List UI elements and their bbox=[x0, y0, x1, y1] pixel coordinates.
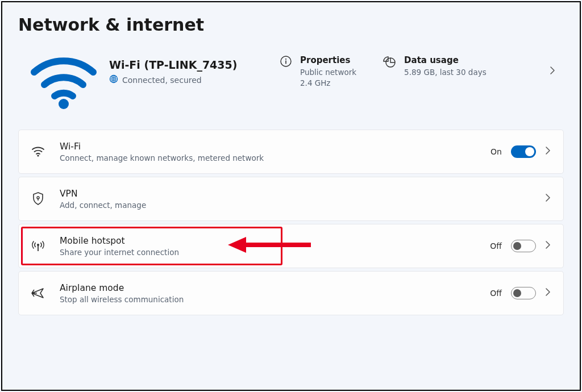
info-icon bbox=[280, 55, 292, 70]
wifi-toggle[interactable] bbox=[511, 145, 536, 158]
chevron-right-icon bbox=[545, 240, 551, 252]
row-title: VPN bbox=[60, 189, 533, 199]
row-title: Mobile hotspot bbox=[60, 236, 477, 246]
settings-row-wifi[interactable]: Wi-Fi Connect, manage known networks, me… bbox=[18, 130, 564, 174]
svg-rect-9 bbox=[38, 198, 38, 201]
chevron-right-icon bbox=[545, 146, 551, 157]
svg-rect-5 bbox=[285, 60, 286, 64]
settings-row-mobile-hotspot[interactable]: Mobile hotspot Share your internet conne… bbox=[18, 224, 564, 268]
data-usage-label: Data usage bbox=[404, 55, 487, 65]
row-subtitle: Add, connect, manage bbox=[60, 201, 533, 210]
properties-button[interactable]: Properties Public network 2.4 GHz bbox=[280, 55, 356, 89]
airplane-state-text: Off bbox=[490, 289, 502, 298]
chevron-right-icon bbox=[545, 193, 551, 205]
airplane-toggle[interactable] bbox=[511, 287, 536, 299]
data-usage-icon bbox=[383, 55, 396, 71]
hotspot-toggle[interactable] bbox=[511, 240, 536, 252]
row-subtitle: Share your internet connection bbox=[60, 248, 477, 257]
status-card-chevron[interactable] bbox=[549, 55, 559, 76]
globe-icon bbox=[109, 74, 118, 85]
wifi-state-text: On bbox=[490, 147, 502, 156]
properties-sub: Public network 2.4 GHz bbox=[300, 67, 356, 89]
chevron-right-icon bbox=[545, 287, 551, 299]
vpn-shield-icon bbox=[29, 191, 47, 206]
page-title: Network & internet bbox=[18, 15, 564, 35]
row-subtitle: Connect, manage known networks, metered … bbox=[60, 153, 478, 162]
network-status-card: Wi-Fi (TP-LINK_7435) Connected, secured … bbox=[18, 53, 564, 130]
svg-rect-13 bbox=[38, 245, 39, 251]
svg-point-4 bbox=[285, 59, 286, 60]
wifi-signal-icon bbox=[18, 55, 109, 109]
settings-row-vpn[interactable]: VPN Add, connect, manage bbox=[18, 177, 564, 221]
connection-state-text: Connected, secured bbox=[122, 76, 202, 85]
svg-point-7 bbox=[37, 155, 39, 156]
row-title: Airplane mode bbox=[60, 283, 477, 293]
hotspot-state-text: Off bbox=[490, 241, 502, 251]
properties-label: Properties bbox=[300, 55, 356, 65]
svg-point-0 bbox=[59, 99, 69, 109]
hotspot-icon bbox=[29, 239, 47, 253]
wifi-icon bbox=[29, 146, 47, 157]
row-subtitle: Stop all wireless communication bbox=[60, 295, 477, 304]
connected-network-name: Wi-Fi (TP-LINK_7435) bbox=[109, 59, 280, 71]
data-usage-button[interactable]: Data usage 5.89 GB, last 30 days bbox=[383, 55, 487, 78]
data-usage-sub: 5.89 GB, last 30 days bbox=[404, 67, 487, 78]
row-title: Wi-Fi bbox=[60, 141, 478, 152]
settings-row-airplane-mode[interactable]: Airplane mode Stop all wireless communic… bbox=[18, 271, 564, 315]
airplane-icon bbox=[29, 286, 47, 300]
